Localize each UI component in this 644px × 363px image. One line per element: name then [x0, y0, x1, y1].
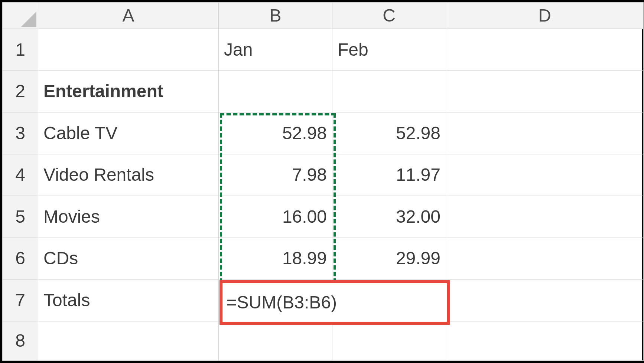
- spreadsheet-view: A B C D 1 Jan Feb 2 Entertainment 3 Cabl…: [0, 0, 644, 363]
- cell-D2[interactable]: [446, 71, 644, 112]
- row-5: 5 Movies 16.00 32.00: [3, 196, 644, 238]
- cell-D8[interactable]: [446, 321, 644, 360]
- cell-A3[interactable]: Cable TV: [38, 112, 219, 154]
- cell-C6[interactable]: 29.99: [332, 238, 446, 279]
- cell-C4[interactable]: 11.97: [332, 154, 446, 196]
- row-header-7[interactable]: 7: [3, 279, 38, 321]
- cell-D6[interactable]: [446, 238, 644, 279]
- cell-A5[interactable]: Movies: [38, 196, 219, 238]
- cell-D5[interactable]: [446, 196, 644, 238]
- cell-B1[interactable]: Jan: [219, 29, 332, 71]
- cell-C3[interactable]: 52.98: [332, 112, 446, 154]
- column-header-A[interactable]: A: [38, 3, 219, 29]
- cell-A2[interactable]: Entertainment: [38, 71, 219, 112]
- column-header-D[interactable]: D: [446, 3, 644, 29]
- row-header-1[interactable]: 1: [3, 29, 38, 71]
- cell-D7[interactable]: [446, 279, 644, 321]
- row-3: 3 Cable TV 52.98 52.98: [3, 112, 644, 154]
- formula-cell-display[interactable]: =SUM(B3:B6): [221, 282, 448, 323]
- cell-C5[interactable]: 32.00: [332, 196, 446, 238]
- cell-A4[interactable]: Video Rentals: [38, 154, 219, 196]
- cell-C1[interactable]: Feb: [332, 29, 446, 71]
- select-all-triangle-icon: [21, 12, 36, 27]
- row-1: 1 Jan Feb: [3, 29, 644, 71]
- cell-B2[interactable]: [219, 71, 332, 112]
- row-4: 4 Video Rentals 7.98 11.97: [3, 154, 644, 196]
- row-8: 8: [3, 321, 644, 360]
- cell-B8[interactable]: [219, 321, 332, 360]
- row-header-3[interactable]: 3: [3, 112, 38, 154]
- cell-C8[interactable]: [332, 321, 446, 360]
- row-header-4[interactable]: 4: [3, 154, 38, 196]
- cell-D1[interactable]: [446, 29, 644, 71]
- column-header-row: A B C D: [3, 3, 644, 29]
- row-header-5[interactable]: 5: [3, 196, 38, 238]
- cell-C2[interactable]: [332, 71, 446, 112]
- select-all-corner[interactable]: [3, 3, 38, 29]
- cell-B4[interactable]: 7.98: [219, 154, 332, 196]
- cell-A7[interactable]: Totals: [38, 279, 219, 321]
- row-header-6[interactable]: 6: [3, 238, 38, 279]
- row-header-2[interactable]: 2: [3, 71, 38, 112]
- cell-B3[interactable]: 52.98: [219, 112, 332, 154]
- cell-B6[interactable]: 18.99: [219, 238, 332, 279]
- cell-B5[interactable]: 16.00: [219, 196, 332, 238]
- cell-A6[interactable]: CDs: [38, 238, 219, 279]
- row-header-8[interactable]: 8: [3, 321, 38, 360]
- cell-A8[interactable]: [38, 321, 219, 360]
- cell-D3[interactable]: [446, 112, 644, 154]
- row-6: 6 CDs 18.99 29.99: [3, 238, 644, 279]
- row-2: 2 Entertainment: [3, 71, 644, 112]
- column-header-B[interactable]: B: [219, 3, 332, 29]
- cell-A1[interactable]: [38, 29, 219, 71]
- cell-D4[interactable]: [446, 154, 644, 196]
- column-header-C[interactable]: C: [332, 3, 446, 29]
